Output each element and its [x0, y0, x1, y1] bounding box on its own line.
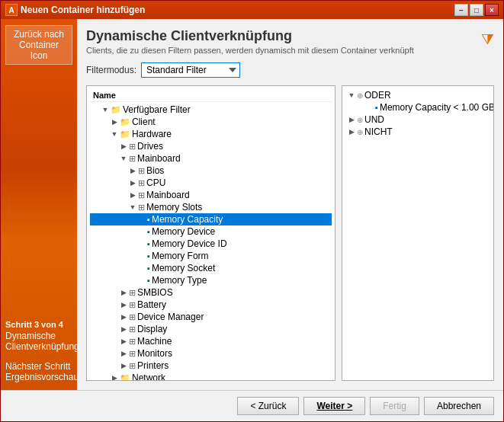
expand-icon: ▶	[128, 178, 137, 187]
expand-icon	[137, 227, 146, 236]
item-label: Hardware	[132, 129, 172, 139]
trees-container: Name ▼ 📁 Verfügbare Filter ▶ 📁 Client ▼	[86, 85, 494, 381]
list-item[interactable]: ▪ Memory Device ID	[90, 238, 332, 250]
back-button[interactable]: < Zurück	[237, 397, 299, 415]
tree-header: Name	[90, 89, 332, 102]
field-icon: ▪	[147, 276, 150, 285]
filter-row: Filtermodus: Standard Filter	[86, 62, 494, 78]
item-label: Memory Device ID	[152, 238, 227, 249]
grid-icon: ⊞	[138, 203, 145, 213]
expand-icon: ▶	[119, 300, 128, 309]
grid-icon: ⊞	[129, 324, 136, 334]
expand-icon: ▶	[119, 288, 128, 297]
grid-icon: ⊞	[129, 288, 136, 298]
panel-title: Dynamische Clientverknüpfung	[86, 28, 414, 44]
item-label: Memory Capacity < 1.00 GB	[380, 102, 494, 113]
cancel-button[interactable]: Abbrechen	[424, 397, 494, 415]
item-label: Memory Device	[152, 226, 215, 237]
list-item[interactable]: ▶ ⊞ Printers	[90, 360, 332, 372]
item-label: Network	[132, 372, 165, 381]
panel-subtitle: Clients, die zu diesen Filtern passen, w…	[86, 46, 414, 55]
window-title: Neuen Container hinzufügen	[21, 5, 454, 15]
item-label: Client	[132, 117, 156, 127]
bottom-bar: < Zurück Weiter > Fertig Abbrechen	[1, 390, 503, 421]
expand-icon: ▶	[110, 117, 119, 126]
next-step-info: Nächster Schritt Ergebnisvorschau	[5, 361, 72, 382]
list-item[interactable]: ▪ Memory Form	[90, 250, 332, 262]
list-item[interactable]: ▪ Memory Type	[90, 274, 332, 286]
expand-icon: ▼	[128, 203, 137, 212]
minimize-button[interactable]: −	[454, 4, 468, 16]
field-icon: ▪	[147, 227, 150, 236]
next-step-label: Nächster Schritt	[5, 361, 72, 372]
right-tree-panel[interactable]: ▼ ⊕ ODER ▪ Memory Capacity < 1.00 GB ▶ ⊕…	[342, 85, 494, 381]
list-item[interactable]: ▪ Memory Capacity	[90, 213, 332, 225]
expand-icon: ▶	[128, 166, 137, 175]
expand-icon: ▶	[119, 349, 128, 358]
list-item[interactable]: ▪ Memory Capacity < 1.00 GB	[345, 101, 490, 113]
maximize-button[interactable]: □	[470, 4, 483, 16]
list-item[interactable]: ▪ Memory Device	[90, 225, 332, 238]
list-item[interactable]: ▪ Memory Socket	[90, 262, 332, 274]
field-icon: ▪	[147, 264, 150, 273]
expand-icon: ▶	[347, 127, 356, 136]
filter-mode-select[interactable]: Standard Filter	[141, 62, 240, 78]
list-item[interactable]: ▼ ⊞ Memory Slots	[90, 201, 332, 213]
item-label: Mainboard	[137, 153, 181, 164]
list-item[interactable]: ▶ ⊞ Bios	[90, 165, 332, 177]
und-icon: ⊕	[357, 116, 363, 124]
list-item[interactable]: ▼ 📁 Verfügbare Filter	[90, 104, 332, 116]
list-item[interactable]: ▶ ⊞ CPU	[90, 177, 332, 189]
next-step-name: Ergebnisvorschau	[5, 372, 72, 382]
grid-icon: ⊞	[129, 312, 136, 322]
grid-icon: ⊞	[129, 154, 136, 164]
grid-icon: ⊞	[138, 190, 145, 200]
item-label: Bios	[146, 165, 164, 176]
back-to-icon-button[interactable]: Zurück nach Container Icon	[5, 25, 72, 65]
expand-icon: ▼	[119, 154, 128, 163]
list-item[interactable]: ▶ ⊞ SMBIOS	[90, 286, 332, 299]
item-label: UND	[364, 114, 384, 125]
close-button[interactable]: ×	[485, 4, 499, 16]
filter-label: Filtermodus:	[86, 65, 136, 75]
folder-icon: 📁	[111, 105, 121, 115]
main-window: A Neuen Container hinzufügen − □ × Zurüc…	[0, 0, 504, 422]
list-item[interactable]: ▶ ⊞ Display	[90, 323, 332, 335]
expand-icon	[137, 276, 146, 285]
grid-icon: ⊞	[129, 349, 136, 359]
grid-icon: ⊞	[129, 337, 136, 347]
list-item[interactable]: ▶ ⊕ NICHT	[345, 126, 490, 138]
item-label: Machine	[137, 336, 172, 347]
item-label: SMBIOS	[137, 287, 173, 298]
item-label: Memory Type	[152, 275, 207, 286]
list-item[interactable]: ▶ 📁 Client	[90, 116, 332, 128]
list-item[interactable]: ▼ 📁 Hardware	[90, 128, 332, 140]
expand-icon: ▼	[347, 91, 356, 100]
list-item[interactable]: ▼ ⊞ Mainboard	[90, 152, 332, 165]
finish-button[interactable]: Fertig	[370, 397, 419, 415]
item-label: Memory Form	[152, 251, 209, 261]
left-tree-panel[interactable]: Name ▼ 📁 Verfügbare Filter ▶ 📁 Client ▼	[86, 85, 335, 381]
item-label: Printers	[137, 360, 169, 371]
list-item[interactable]: ▶ ⊞ Mainboard	[90, 189, 332, 201]
expand-icon: ▶	[119, 312, 128, 321]
next-button[interactable]: Weiter >	[303, 397, 365, 415]
item-label: Battery	[137, 299, 166, 310]
list-item[interactable]: ▶ ⊞ Device Manager	[90, 311, 332, 323]
list-item[interactable]: ▼ ⊕ ODER	[345, 89, 490, 101]
nicht-icon: ⊕	[357, 128, 363, 136]
step-info: Schritt 3 von 4 Dynamische Clientverknüp…	[5, 320, 72, 352]
list-item[interactable]: ▶ ⊞ Drives	[90, 140, 332, 152]
item-label: Memory Capacity	[152, 214, 223, 225]
list-item[interactable]: ▶ ⊞ Monitors	[90, 347, 332, 360]
list-item[interactable]: ▶ ⊕ UND	[345, 113, 490, 126]
list-item[interactable]: ▶ ⊞ Machine	[90, 335, 332, 347]
step-name: Dynamische Clientverknüpfung	[5, 331, 72, 352]
field-icon: ▪	[147, 239, 150, 248]
list-item[interactable]: ▶ 📁 Network	[90, 372, 332, 381]
left-panel: Zurück nach Container Icon Schritt 3 von…	[1, 19, 77, 390]
expand-icon	[137, 251, 146, 261]
item-label: Memory Slots	[146, 202, 202, 213]
list-item[interactable]: ▶ ⊞ Battery	[90, 299, 332, 311]
field-icon: ▪	[147, 251, 150, 261]
